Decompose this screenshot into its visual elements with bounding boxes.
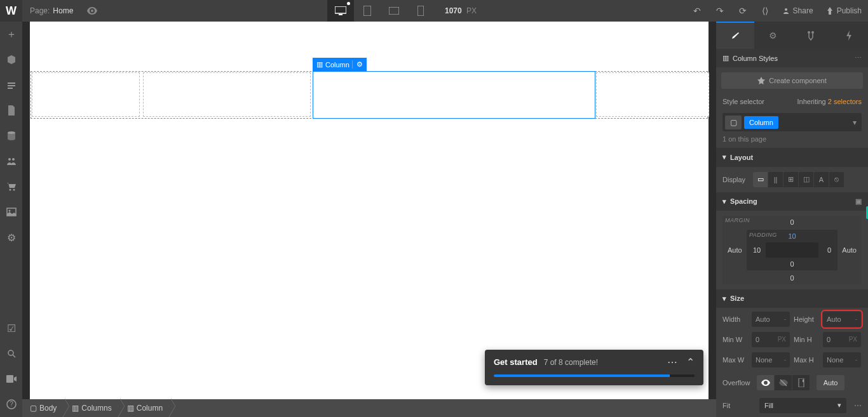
refresh-icon[interactable]: ⟳ xyxy=(731,0,754,22)
redo-icon[interactable]: ↷ xyxy=(709,0,731,22)
tab-interactions[interactable] xyxy=(792,22,831,49)
device-mobile[interactable] xyxy=(407,0,434,22)
inherit-count[interactable]: 2 selectors xyxy=(828,98,862,105)
margin-left[interactable]: Auto xyxy=(728,246,742,254)
create-component-button[interactable]: Create component xyxy=(721,72,863,88)
selector-input[interactable]: ▢ Column ▾ xyxy=(722,113,862,131)
selection-label[interactable]: ▥ Column ⚙ xyxy=(313,58,367,71)
svg-rect-6 xyxy=(8,83,15,84)
create-component-label: Create component xyxy=(769,77,827,84)
spacing-section[interactable]: ▾ Spacing▣ xyxy=(716,192,868,211)
device-group xyxy=(327,0,434,22)
logo-webflow[interactable]: W xyxy=(0,0,22,22)
fit-select[interactable]: Fill▾ xyxy=(759,398,846,413)
device-desktop[interactable] xyxy=(327,0,354,22)
spacing-expand-icon[interactable]: ▣ xyxy=(855,197,862,206)
padding-top[interactable]: 10 xyxy=(788,232,796,240)
column-selected[interactable]: ▥ Column ⚙ xyxy=(313,71,595,119)
page-label: Page: xyxy=(30,6,50,15)
audit-icon[interactable]: ☑ xyxy=(0,315,22,341)
margin-right[interactable]: Auto xyxy=(842,246,857,254)
on-page-count: 1 on this page xyxy=(716,135,868,148)
device-tablet[interactable] xyxy=(354,0,381,22)
users-icon[interactable] xyxy=(0,149,22,174)
svg-rect-2 xyxy=(363,6,371,16)
display-inline[interactable]: A xyxy=(814,172,829,187)
tab-effects[interactable] xyxy=(830,22,868,49)
svg-point-10 xyxy=(8,158,11,161)
padding-left[interactable]: 10 xyxy=(753,246,761,254)
maxw-input[interactable]: None- xyxy=(752,352,790,367)
margin-label: MARGIN xyxy=(725,217,750,223)
preview-icon[interactable] xyxy=(87,7,97,15)
padding-right[interactable]: 0 xyxy=(827,246,831,254)
undo-icon[interactable]: ↶ xyxy=(686,0,709,22)
padding-bottom[interactable]: 0 xyxy=(790,260,794,268)
tab-style[interactable] xyxy=(716,22,754,49)
pages-icon[interactable] xyxy=(0,72,22,98)
column-icon: ▥ xyxy=(722,54,729,62)
margin-bottom[interactable]: 0 xyxy=(790,274,794,282)
height-input[interactable]: Auto- xyxy=(823,312,861,327)
add-icon[interactable]: ＋ xyxy=(0,22,22,47)
search-icon[interactable] xyxy=(0,341,22,366)
svg-text:?: ? xyxy=(10,400,13,407)
svg-rect-4 xyxy=(417,6,424,16)
share-button[interactable]: Share xyxy=(776,0,820,22)
crumb-columns[interactable]: ▥Columns xyxy=(64,399,119,417)
display-block[interactable]: ▭ xyxy=(753,172,768,187)
column-4[interactable] xyxy=(596,72,709,117)
display-grid[interactable]: ⊞ xyxy=(783,172,799,187)
layout-section[interactable]: ▾ Layout xyxy=(716,148,868,166)
display-flex[interactable]: || xyxy=(768,172,783,187)
video-icon[interactable] xyxy=(0,366,22,392)
column-2[interactable] xyxy=(143,72,311,117)
get-started-toast[interactable]: Get started 7 of 8 complete! ⋯ ⌃ xyxy=(485,350,703,385)
code-icon[interactable]: ⟨⟩ xyxy=(754,0,776,22)
overflow-hidden[interactable] xyxy=(775,375,792,390)
overflow-visible[interactable] xyxy=(757,375,775,390)
cms-icon[interactable] xyxy=(0,123,22,149)
ecommerce-icon[interactable] xyxy=(0,174,22,199)
size-section[interactable]: ▾ Size xyxy=(716,289,868,308)
navigator-icon[interactable] xyxy=(0,47,22,72)
svg-point-5 xyxy=(785,8,787,11)
maxh-input[interactable]: None- xyxy=(823,352,861,367)
margin-top[interactable]: 0 xyxy=(790,218,794,226)
panel-title: Column Styles xyxy=(733,55,778,62)
fit-label: Fit xyxy=(722,402,753,409)
width-input[interactable]: Auto- xyxy=(752,312,790,327)
settings-icon[interactable]: ⚙ xyxy=(0,225,22,250)
overflow-auto[interactable]: Auto xyxy=(817,375,844,390)
display-inline-block[interactable]: ◫ xyxy=(799,172,814,187)
help-icon[interactable]: ? xyxy=(0,392,22,417)
display-row: Display ▭ || ⊞ ◫ A ⦸ xyxy=(716,167,868,192)
display-none[interactable]: ⦸ xyxy=(829,172,844,187)
spacing-editor[interactable]: MARGIN PADDING 0 0 Auto Auto 10 0 10 0 xyxy=(722,216,862,284)
selector-tag[interactable]: Column xyxy=(744,116,778,129)
toast-collapse-icon[interactable]: ⌃ xyxy=(686,356,695,368)
selector-caret-icon[interactable]: ▾ xyxy=(853,118,857,127)
selector-device-icon[interactable]: ▢ xyxy=(725,116,742,129)
overflow-scroll[interactable] xyxy=(792,375,810,390)
toast-more-icon[interactable]: ⋯ xyxy=(667,356,677,368)
minh-input[interactable]: 0PX xyxy=(823,332,861,347)
minw-input[interactable]: 0PX xyxy=(752,332,790,347)
crumb-body[interactable]: ▢Body xyxy=(22,399,64,417)
page-selector[interactable]: Page: Home xyxy=(22,6,81,15)
canvas[interactable]: ▥ Column ⚙ xyxy=(22,22,716,399)
page-icon[interactable] xyxy=(0,98,22,123)
selection-gear-icon[interactable]: ⚙ xyxy=(352,60,367,69)
assets-icon[interactable] xyxy=(0,199,22,225)
tab-settings[interactable]: ⚙ xyxy=(754,22,792,49)
crumb-column[interactable]: ▥Column xyxy=(119,399,170,417)
canvas-size[interactable]: 1070 PX xyxy=(445,6,477,15)
column-1[interactable] xyxy=(32,72,140,117)
panel-more-icon[interactable]: ⋯ xyxy=(855,54,862,62)
device-tablet-landscape[interactable] xyxy=(381,0,407,22)
publish-label: Publish xyxy=(837,6,862,15)
canvas-body[interactable]: ▥ Column ⚙ xyxy=(30,22,709,399)
panel-header: ▥ Column Styles ⋯ xyxy=(716,49,868,67)
publish-button[interactable]: Publish xyxy=(820,0,868,22)
fit-more-icon[interactable]: ⋯ xyxy=(854,401,862,410)
